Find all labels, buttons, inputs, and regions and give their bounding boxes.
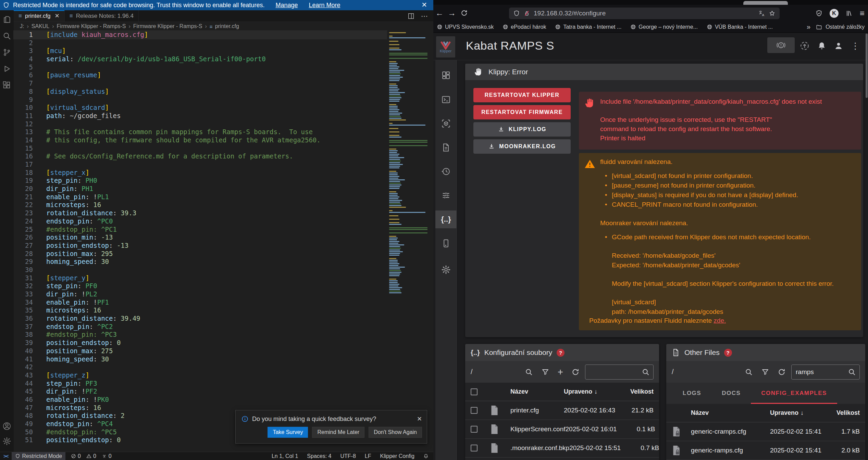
- other-files-search[interactable]: [791, 365, 860, 380]
- code-line[interactable]: 21enable_pin: !PL1: [14, 193, 387, 201]
- library-icon[interactable]: [845, 10, 853, 17]
- column-modified[interactable]: Upraveno↓: [564, 388, 628, 395]
- breadcrumb[interactable]: J:›SAKUL›Firmware Klipper - Ramps-S›Firm…: [14, 22, 433, 31]
- code-line[interactable]: 2: [14, 39, 387, 47]
- eol[interactable]: LF: [365, 453, 371, 459]
- file-row[interactable]: generic-cramps.cfg2025-02-02 15:411.7 kB: [666, 422, 865, 441]
- file-row[interactable]: KlipperScreen.conf2025-02-02 16:010.1 kB: [465, 420, 659, 439]
- search-input[interactable]: [795, 368, 848, 376]
- cursor-position[interactable]: Ln 1, Col 1: [272, 453, 298, 459]
- sidebar-item-system[interactable]: [435, 234, 457, 252]
- sidebar-item-console[interactable]: [435, 91, 457, 108]
- klipper-logo[interactable]: Klipper: [436, 36, 455, 58]
- code-line[interactable]: 23rotation_distance: 39.3: [14, 209, 387, 217]
- code-line[interactable]: 22microsteps: 16: [14, 201, 387, 209]
- explorer-icon[interactable]: [2, 15, 11, 24]
- column-modified[interactable]: Upraveno↓: [770, 409, 834, 417]
- code-line[interactable]: 25#endstop_pin: ^PC1: [14, 226, 387, 234]
- account-icon[interactable]: [2, 422, 11, 431]
- current-path[interactable]: /: [672, 368, 674, 376]
- code-line[interactable]: 30: [14, 266, 387, 274]
- filter-icon[interactable]: [541, 368, 549, 376]
- klippy-log-button[interactable]: KLIPPY.LOG: [473, 122, 571, 137]
- column-size[interactable]: Velikost: [834, 409, 860, 417]
- code-line[interactable]: 28position_max: 295: [14, 250, 387, 258]
- user-icon[interactable]: [831, 38, 846, 53]
- sidebar-item-configure[interactable]: {..}: [435, 210, 457, 228]
- url-bar[interactable]: 192.168.0.32/#/configure A: [509, 8, 780, 19]
- breadcrumb-item[interactable]: Firmware Klipper - Ramps-S: [133, 23, 202, 29]
- other-bookmarks[interactable]: Ostatné záložky: [826, 24, 865, 30]
- take-survey-button[interactable]: Take Survey: [268, 427, 308, 438]
- menu-hamburger-icon[interactable]: ≡: [860, 9, 865, 18]
- code-line[interactable]: 17: [14, 161, 387, 169]
- learn-more-link[interactable]: Learn More: [309, 2, 340, 9]
- bookmark-item[interactable]: VÚB Banka - Internet ...: [707, 24, 773, 30]
- emergency-stop-button[interactable]: [767, 37, 795, 53]
- row-checkbox[interactable]: [471, 426, 478, 433]
- row-checkbox[interactable]: [471, 445, 478, 451]
- file-row[interactable]: .moonraker.conf.bkp2025-02-02 15:510.7 k…: [465, 439, 659, 458]
- code-line[interactable]: 45dir_pin: !PF2: [14, 387, 387, 396]
- settings-gear-icon[interactable]: [2, 437, 11, 446]
- code-line[interactable]: 8[display_status]: [14, 88, 387, 96]
- code-line[interactable]: 39position_endstop: 0: [14, 339, 387, 347]
- sidebar-item-jobs[interactable]: [435, 139, 457, 156]
- updates-icon[interactable]: [797, 38, 812, 53]
- help-badge[interactable]: ?: [557, 349, 565, 357]
- code-line[interactable]: 20dir_pin: PH1: [14, 185, 387, 193]
- file-row[interactable]: printer.cfg2025-02-02 16:4321.2 kB: [465, 401, 659, 420]
- code-line[interactable]: 46enable_pin: !PK0: [14, 396, 387, 404]
- code-line[interactable]: 1[include kiauh_macros.cfg]: [14, 31, 387, 39]
- bookmark-item[interactable]: UPVS Slovensko.sk: [437, 24, 494, 30]
- code-line[interactable]: 33dir_pin: !PL2: [14, 290, 387, 298]
- filter-icon[interactable]: [761, 368, 769, 376]
- tab-close-icon[interactable]: ✕: [55, 12, 60, 20]
- restart-klipper-button[interactable]: RESTARTOVAT KLIPPER: [473, 88, 571, 102]
- language-mode[interactable]: Klipper Config: [380, 453, 415, 459]
- search-icon[interactable]: [525, 368, 533, 376]
- column-name[interactable]: Název: [510, 388, 564, 395]
- protections-shield-icon[interactable]: [815, 10, 823, 17]
- code-line[interactable]: 29homing_speed: 30: [14, 258, 387, 266]
- forward-icon[interactable]: →: [446, 8, 458, 18]
- code-line[interactable]: 35microsteps: 16: [14, 306, 387, 315]
- code-line[interactable]: 40position_max: 275: [14, 347, 387, 355]
- tab-logs[interactable]: LOGS: [672, 383, 711, 404]
- refresh-icon[interactable]: [571, 368, 580, 376]
- restart-firmware-button[interactable]: RESTARTOVAT FIRMWARE: [473, 105, 571, 119]
- code-line[interactable]: 32step_pin: PF0: [14, 282, 387, 290]
- source-control-icon[interactable]: [2, 48, 11, 57]
- insecure-lock-icon[interactable]: [523, 10, 530, 17]
- code-line[interactable]: 31[stepper_y]: [14, 274, 387, 282]
- code-line[interactable]: 26position_min: -13: [14, 233, 387, 242]
- file-row[interactable]: generic-ramps.cfg2025-02-02 15:412.0 kB: [666, 441, 865, 460]
- bookmark-item[interactable]: Tatra banka - Internet ...: [555, 24, 621, 30]
- reload-icon[interactable]: [460, 9, 468, 17]
- code-line[interactable]: 7: [14, 79, 387, 88]
- sidebar-item-settings[interactable]: [435, 261, 457, 279]
- breadcrumb-item[interactable]: Firmware Klipper - Ramps-S: [57, 23, 126, 29]
- warning-count[interactable]: 0: [86, 453, 96, 459]
- zde-link[interactable]: zde.: [714, 317, 726, 324]
- code-line[interactable]: 41homing_speed: 30: [14, 355, 387, 363]
- translate-icon[interactable]: A: [758, 10, 765, 17]
- back-icon[interactable]: ←: [433, 8, 446, 18]
- dont-show-again-button[interactable]: Don't Show Again: [369, 427, 422, 438]
- code-line[interactable]: 24endstop_pin: ^PC0: [14, 217, 387, 226]
- breadcrumb-item[interactable]: SAKUL: [32, 23, 49, 29]
- split-editor-icon[interactable]: [407, 12, 415, 20]
- code-line[interactable]: 3[mcu]: [14, 47, 387, 55]
- code-line[interactable]: 5: [14, 63, 387, 72]
- code-line[interactable]: 12: [14, 120, 387, 128]
- code-line[interactable]: 14# this config, the firmware should be …: [14, 136, 387, 144]
- remind-later-button[interactable]: Remind Me Later: [312, 427, 364, 438]
- refresh-icon[interactable]: [778, 368, 786, 376]
- sidebar-item-tune[interactable]: [435, 187, 457, 204]
- file-row[interactable]: [465, 458, 659, 460]
- bookmark-star-icon[interactable]: [769, 10, 776, 17]
- code-line[interactable]: 42: [14, 363, 387, 371]
- account-avatar[interactable]: K: [830, 9, 839, 18]
- breadcrumb-item[interactable]: printer.cfg: [215, 23, 239, 29]
- tab-printer-cfg[interactable]: ≡ printer.cfg ✕: [14, 10, 65, 22]
